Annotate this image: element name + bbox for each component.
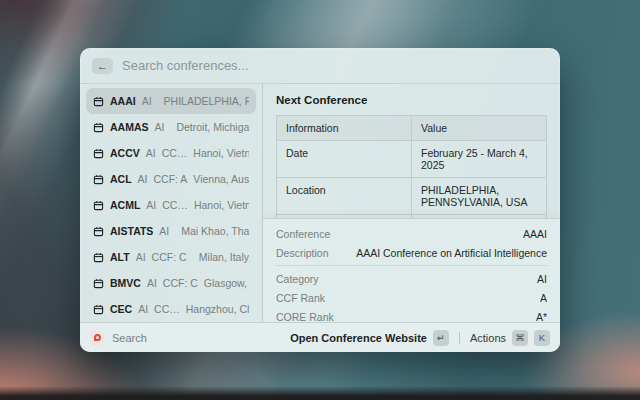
table-header-value: Value bbox=[412, 116, 547, 141]
conference-location: Hanoi, Vietnam bbox=[193, 147, 249, 159]
markdown-area: Next Conference Information Value Date F… bbox=[263, 84, 560, 218]
conference-location: PHILADELPHIA, PE… bbox=[164, 95, 249, 107]
actions-button[interactable]: Actions bbox=[470, 332, 506, 344]
footer-bar: Search Open Conference Website ↵ Actions… bbox=[80, 322, 560, 352]
calendar-icon bbox=[93, 252, 104, 263]
conference-location: Milan, Italy bbox=[199, 251, 249, 263]
conference-location: Detroit, Michigan… bbox=[176, 121, 249, 133]
metadata-value: AI bbox=[537, 273, 547, 285]
table-cell-label: Location bbox=[277, 178, 412, 215]
back-button[interactable]: ← bbox=[92, 58, 113, 74]
metadata-label: Description bbox=[276, 247, 329, 259]
list-item-accv[interactable]: ACCV AI CC… Hanoi, Vietnam bbox=[86, 140, 256, 166]
conference-tag: AI bbox=[138, 173, 148, 185]
table-row-location: Location PHILADELPHIA, PENNSYLVANIA, USA bbox=[277, 178, 547, 215]
list-item-cec[interactable]: CEC AI CC… Hangzhou, China bbox=[86, 296, 256, 322]
conference-tag: AI bbox=[159, 225, 169, 237]
table-row-date: Date February 25 - March 4, 2025 bbox=[277, 141, 547, 178]
calendar-icon bbox=[93, 304, 104, 315]
conference-name: ACL bbox=[110, 173, 132, 185]
conference-name: ALT bbox=[110, 251, 130, 263]
list-item-bmvc[interactable]: BMVC AI CCF: C Glasgow, UK bbox=[86, 270, 256, 296]
table-header-information: Information bbox=[277, 116, 412, 141]
metadata-row-category: Category AI bbox=[276, 269, 547, 288]
conference-tag: AI bbox=[138, 303, 148, 315]
metadata-divider bbox=[276, 265, 547, 266]
extension-icon bbox=[90, 331, 104, 345]
conference-tag: AI bbox=[155, 121, 165, 133]
calendar-icon bbox=[93, 200, 104, 211]
calendar-icon bbox=[93, 96, 104, 107]
list-item-acl[interactable]: ACL AI CCF: A Vienna, Austria bbox=[86, 166, 256, 192]
conference-location: Glasgow, UK bbox=[204, 277, 249, 289]
metadata-row-description: Description AAAI Conference on Artificia… bbox=[276, 243, 547, 262]
k-keycap: K bbox=[534, 330, 550, 346]
next-conference-table: Information Value Date February 25 - Mar… bbox=[276, 115, 547, 218]
primary-action-button[interactable]: Open Conference Website bbox=[290, 332, 427, 344]
conference-rank: CC… bbox=[162, 199, 188, 211]
conference-rank: CC… bbox=[154, 303, 180, 315]
search-bar: ← bbox=[80, 48, 560, 84]
list-item-aamas[interactable]: AAMAS AI Detroit, Michigan… bbox=[86, 114, 256, 140]
launcher-window: ← AAAI AI PHILADELPHIA, PE… AAMAS AI Det… bbox=[80, 48, 560, 352]
calendar-icon bbox=[93, 226, 104, 237]
conference-list: AAAI AI PHILADELPHIA, PE… AAMAS AI Detro… bbox=[80, 84, 263, 322]
body: AAAI AI PHILADELPHIA, PE… AAMAS AI Detro… bbox=[80, 84, 560, 322]
metadata-value: A bbox=[540, 292, 547, 304]
enter-keycap: ↵ bbox=[433, 330, 449, 346]
detail-title: Next Conference bbox=[276, 94, 547, 106]
command-keycap: ⌘ bbox=[512, 330, 528, 346]
conference-location: Mai Khao, Thail… bbox=[181, 225, 249, 237]
calendar-icon bbox=[93, 148, 104, 159]
conference-location: Hangzhou, China bbox=[186, 303, 249, 315]
list-item-acml[interactable]: ACML AI CC… Hanoi, Vietnam bbox=[86, 192, 256, 218]
table-cell-label: Date bbox=[277, 141, 412, 178]
metadata-row-core-rank: CORE Rank A* bbox=[276, 307, 547, 322]
calendar-icon bbox=[93, 174, 104, 185]
metadata-row-ccf-rank: CCF Rank A bbox=[276, 288, 547, 307]
list-item-aistats[interactable]: AISTATS AI Mai Khao, Thail… bbox=[86, 218, 256, 244]
conference-name: ACML bbox=[110, 199, 140, 211]
conference-name: ACCV bbox=[110, 147, 140, 159]
calendar-icon bbox=[93, 122, 104, 133]
metadata-value: AAAI bbox=[523, 228, 547, 240]
conference-rank: CC… bbox=[162, 147, 188, 159]
list-item-aaai[interactable]: AAAI AI PHILADELPHIA, PE… bbox=[86, 88, 256, 114]
conference-rank: CCF: C bbox=[152, 251, 187, 263]
conference-location: Hanoi, Vietnam bbox=[194, 199, 249, 211]
calendar-icon bbox=[93, 278, 104, 289]
footer-separator bbox=[459, 332, 460, 344]
conference-tag: AI bbox=[147, 277, 157, 289]
conference-name: CEC bbox=[110, 303, 132, 315]
metadata-value: AAAI Conference on Artificial Intelligen… bbox=[356, 247, 547, 259]
detail-pane: Next Conference Information Value Date F… bbox=[263, 84, 560, 322]
conference-tag: AI bbox=[136, 251, 146, 263]
search-input[interactable] bbox=[122, 58, 548, 73]
conference-tag: AI bbox=[146, 199, 156, 211]
table-cell-value: PHILADELPHIA, PENNSYLVANIA, USA bbox=[412, 178, 547, 215]
metadata-row-conference: Conference AAAI bbox=[276, 224, 547, 243]
conference-location: Vienna, Austria bbox=[193, 173, 249, 185]
footer-mode-label: Search bbox=[112, 332, 147, 344]
back-arrow-icon: ← bbox=[97, 60, 108, 72]
footer-actions: Open Conference Website ↵ Actions ⌘ K bbox=[290, 330, 550, 346]
conference-name: AAAI bbox=[110, 95, 136, 107]
metadata-label: Conference bbox=[276, 228, 330, 240]
conference-name: AISTATS bbox=[110, 225, 153, 237]
conference-tag: AI bbox=[146, 147, 156, 159]
table-header-row: Information Value bbox=[277, 116, 547, 141]
metadata-value: A* bbox=[536, 311, 547, 323]
conference-name: BMVC bbox=[110, 277, 141, 289]
conference-tag: AI bbox=[142, 95, 152, 107]
metadata-label: Category bbox=[276, 273, 319, 285]
metadata-label: CORE Rank bbox=[276, 311, 334, 323]
conference-rank: CCF: C bbox=[163, 277, 198, 289]
conference-name: AAMAS bbox=[110, 121, 149, 133]
list-item-alt[interactable]: ALT AI CCF: C Milan, Italy bbox=[86, 244, 256, 270]
conference-rank: CCF: A bbox=[154, 173, 188, 185]
metadata-label: CCF Rank bbox=[276, 292, 325, 304]
metadata-panel: Conference AAAI Description AAAI Confere… bbox=[263, 218, 560, 322]
table-cell-value: February 25 - March 4, 2025 bbox=[412, 141, 547, 178]
